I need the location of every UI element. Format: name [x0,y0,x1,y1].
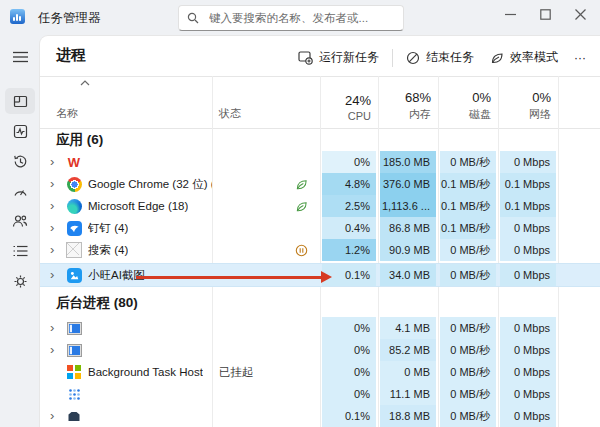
status-cell [212,151,320,173]
name-cell: Background Task Host [40,361,212,383]
efficiency-mode-button[interactable]: 效率模式 [482,44,566,71]
network-cell: 0 Mbps [498,361,558,383]
search-input[interactable] [207,11,395,25]
chevron-right-icon[interactable] [50,217,60,239]
process-name: 搜索 (4) [88,243,128,258]
dotted-grid-icon [66,386,82,402]
process-name: Google Chrome (32 位) (11) [88,177,212,192]
column-header-status[interactable]: 状态 [212,76,320,128]
chevron-right-icon[interactable] [50,339,60,361]
toolbar: 运行新任务 结束任务 效率模式 ··· [290,44,594,71]
dark-app-icon [66,408,82,424]
startup-apps-icon [13,184,28,199]
microsoft-logo-icon [66,364,82,380]
disk-total: 0% [472,90,491,105]
sidebar-item-startup-apps[interactable] [5,178,35,204]
disk-cell: 0.1 MB/秒 [438,195,498,217]
sidebar-item-performance[interactable] [5,118,35,144]
memory-cell: 90.9 MB [378,239,438,261]
table-row[interactable]: 0.1% 18.8 MB 0 MB/秒 0 Mbps [40,405,600,427]
status-cell [212,195,320,217]
table-row[interactable]: 0% 85.2 MB 0 MB/秒 0 Mbps [40,339,600,361]
name-cell: 搜索 (4) [40,239,212,261]
cpu-cell: 0% [320,151,378,173]
memory-cell: 86.8 MB [378,217,438,239]
network-cell: 0 Mbps [498,239,558,261]
memory-cell: 4.1 MB [378,317,438,339]
close-button[interactable] [563,0,598,29]
details-icon [13,245,28,257]
sidebar-item-app-history[interactable] [5,148,35,174]
name-cell: 小旺AI截图 [40,264,212,286]
group-header-background[interactable]: 后台进程 (80) [40,293,600,313]
network-cell: 0 Mbps [498,264,558,286]
column-header-disk[interactable]: 0% 磁盘 [438,76,498,128]
table-row[interactable]: 搜索 (4) 1.2% 90.9 MB 0 MB/秒 0 Mbps [40,239,600,261]
disk-cell: 0 MB/秒 [438,239,498,261]
table-row[interactable]: 0% 11.1 MB 0 MB/秒 0 Mbps [40,383,600,405]
table-header: 名称 状态 24% CPU 68% 内存 0% 磁盘 0% 网络 [40,76,600,128]
search-box[interactable] [178,5,404,31]
minimize-button[interactable] [493,0,528,29]
chevron-right-icon[interactable] [50,195,60,217]
column-header-cpu[interactable]: 24% CPU [320,76,378,128]
name-cell [40,317,212,339]
status-cell [212,239,320,261]
efficiency-mode-leaf-icon [490,51,504,65]
memory-cell: 85.2 MB [378,339,438,361]
table-row[interactable]: 0% 4.1 MB 0 MB/秒 0 Mbps [40,317,600,339]
chevron-right-icon[interactable] [50,264,60,286]
toolbar-divider [392,49,393,67]
sidebar-item-details[interactable] [5,238,35,264]
memory-cell: 11.1 MB [378,383,438,405]
chevron-right-icon[interactable] [50,151,60,173]
efficiency-leaf-icon [295,200,308,213]
table-row[interactable]: Google Chrome (32 位) (11) 4.8% 376.0 MB … [40,173,600,195]
disk-cell: 0 MB/秒 [438,361,498,383]
chevron-right-icon[interactable] [50,239,60,261]
process-table: 应用 (6) 0% 185.0 MB 0 MB/秒 0 Mbps Google … [40,128,600,427]
chevron-right-icon[interactable] [50,405,60,427]
table-row[interactable]: 0% 185.0 MB 0 MB/秒 0 Mbps [40,151,600,173]
status-cell [212,217,320,239]
titlebar: 任务管理器 [0,0,600,36]
end-task-button[interactable]: 结束任务 [398,44,482,71]
maximize-button[interactable] [528,0,563,29]
cpu-cell: 4.8% [320,173,378,195]
sidebar-item-services[interactable] [5,268,35,294]
cpu-cell: 0.1% [320,264,378,286]
more-options-button[interactable]: ··· [566,46,594,70]
window-title: 任务管理器 [38,10,101,27]
process-name: 钉钉 (4) [88,221,128,236]
name-cell: Google Chrome (32 位) (11) [40,173,212,195]
table-row[interactable]: Background Task Host 已挂起 0% 0 MB 0 MB/秒 … [40,361,600,383]
cpu-cell: 0.1% [320,405,378,427]
more-ellipsis-icon: ··· [574,51,586,65]
network-total: 0% [532,90,551,105]
status-cell [212,405,320,427]
column-header-name[interactable]: 名称 [40,76,212,128]
table-row-selected[interactable]: 小旺AI截图 0.1% 34.0 MB 0 MB/秒 0 Mbps [40,263,600,287]
group-header-apps[interactable]: 应用 (6) [40,130,600,150]
hamburger-menu-button[interactable] [5,44,35,70]
network-cell: 0 Mbps [498,405,558,427]
run-new-task-button[interactable]: 运行新任务 [290,44,387,71]
disk-cell: 0 MB/秒 [438,383,498,405]
column-header-network[interactable]: 0% 网络 [498,76,558,128]
disk-cell: 0.1 MB/秒 [438,217,498,239]
disk-cell: 0 MB/秒 [438,339,498,361]
table-row[interactable]: Microsoft Edge (18) 2.5% 1,113.6 ... 0.1… [40,195,600,217]
sidebar-item-processes[interactable] [5,88,35,114]
search-icon [187,12,199,24]
column-header-memory[interactable]: 68% 内存 [378,76,438,128]
table-row[interactable]: 钉钉 (4) 0.4% 86.8 MB 0.1 MB/秒 0 Mbps [40,217,600,239]
sidebar-item-users[interactable] [5,208,35,234]
chevron-right-icon[interactable] [50,317,60,339]
chevron-right-icon[interactable] [50,173,60,195]
network-cell: 0 Mbps [498,217,558,239]
app-history-icon [13,154,28,169]
chrome-icon [66,176,82,192]
memory-cell: 376.0 MB [378,173,438,195]
disk-cell: 0 MB/秒 [438,317,498,339]
memory-cell: 1,113.6 ... [378,195,438,217]
